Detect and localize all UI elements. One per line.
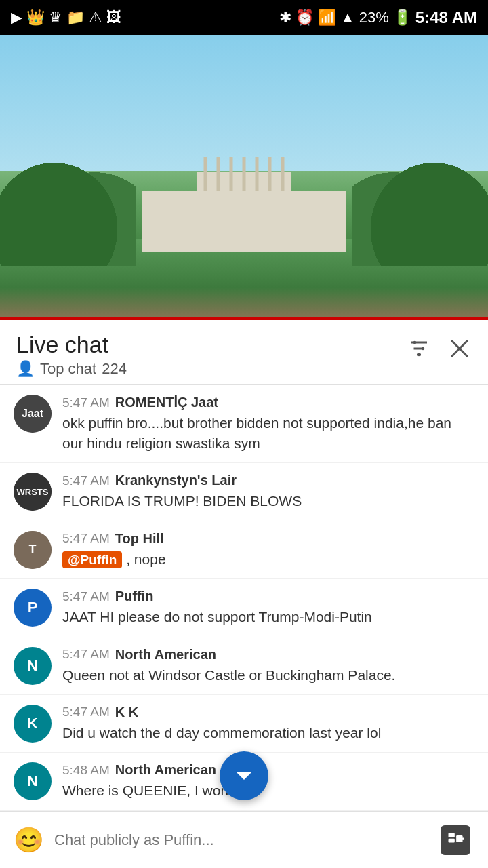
avatar-puffin-1: P [14, 589, 52, 627]
message-meta-2: 5:47 AM Krankynstyn's Lair [62, 473, 474, 488]
message-meta-7: 5:48 AM North American [62, 762, 474, 778]
message-body-2: 5:47 AM Krankynstyn's Lair FLORIDA IS TR… [62, 473, 474, 511]
message-text-3: @Puffin , nope [62, 549, 474, 570]
chat-input[interactable] [54, 831, 426, 849]
chat-header-left: Live chat 👤 Top chat 224 [16, 332, 127, 378]
scroll-down-button[interactable] [220, 751, 268, 800]
avatar-jaat: Jaat [14, 395, 52, 433]
chat-message-3: T 5:47 AM Top Hill @Puffin , nope [0, 521, 488, 580]
message-time-7: 5:48 AM [62, 763, 110, 778]
message-body-6: 5:47 AM K K Did u watch the d day commem… [62, 705, 474, 743]
folder-icon: 📁 [66, 9, 85, 26]
message-author-2: Krankynstyn's Lair [115, 473, 237, 488]
crown-icon: 👑 [26, 9, 45, 26]
message-time-6: 5:47 AM [62, 705, 110, 719]
message-time-1: 5:47 AM [62, 395, 110, 410]
send-button[interactable] [434, 823, 477, 858]
message-text-4: JAAT HI please do not support Trump-Modi… [62, 607, 474, 627]
chat-subtitle: Top chat [40, 360, 96, 378]
crown2-icon: ♛ [49, 9, 62, 26]
mention-puffin: @Puffin [62, 551, 122, 568]
svg-rect-8 [449, 833, 455, 837]
avatar-kk: K [14, 705, 52, 743]
message-body-7: 5:48 AM North American Where is QUEENIE,… [62, 762, 474, 800]
svg-point-4 [422, 347, 425, 351]
emoji-icon: 😊 [14, 826, 44, 854]
chat-input-bar: 😊 [0, 811, 488, 868]
viewer-count: 224 [102, 360, 127, 378]
message-meta-4: 5:47 AM Puffin [62, 589, 474, 604]
message-body-5: 5:47 AM North American Queen not at Wind… [62, 647, 474, 685]
message-body-3: 5:47 AM Top Hill @Puffin , nope [62, 531, 474, 570]
status-bar: ▶ 👑 ♛ 📁 ⚠ 🖼 ✱ ⏰ 📶 ▲ 23% 🔋 5:48 AM [0, 0, 488, 35]
chat-header-right [407, 332, 472, 366]
wifi-icon: 📶 [318, 9, 336, 26]
chat-message-2: WRSTS 5:47 AM Krankynstyn's Lair FLORIDA… [0, 463, 488, 521]
filter-button[interactable] [407, 336, 431, 366]
message-meta-1: 5:47 AM ROMENTİÇ Jaat [62, 395, 474, 410]
close-button[interactable] [447, 336, 472, 366]
message-text-1: okk puffin bro....but brother bidden not… [62, 413, 474, 453]
chat-message-6: K 5:47 AM K K Did u watch the d day comm… [0, 695, 488, 753]
message-meta-3: 5:47 AM Top Hill [62, 531, 474, 547]
alarm-icon: ⏰ [296, 9, 314, 26]
avatar-tophill: T [14, 531, 52, 569]
message-text-6: Did u watch the d day commemoration last… [62, 723, 474, 743]
avatar-northamerican-2: N [14, 762, 52, 800]
message-text-5: Queen not at Windsor Castle or Buckingha… [62, 665, 474, 685]
message-author-1: ROMENTİÇ Jaat [115, 395, 218, 410]
chat-subtitle-row: 👤 Top chat 224 [16, 360, 127, 378]
message-time-5: 5:47 AM [62, 647, 110, 662]
chat-message-1: Jaat 5:47 AM ROMENTİÇ Jaat okk puffin br… [0, 385, 488, 463]
status-icons-left: ▶ 👑 ♛ 📁 ⚠ 🖼 [11, 9, 121, 26]
message-meta-5: 5:47 AM North American [62, 647, 474, 663]
message-body-1: 5:47 AM ROMENTİÇ Jaat okk puffin bro....… [62, 395, 474, 453]
bluetooth-icon: ✱ [279, 9, 291, 26]
svg-point-5 [418, 353, 421, 357]
status-time: 5:48 AM [415, 8, 477, 27]
image-icon: 🖼 [106, 9, 121, 26]
message-text-2: FLORIDA IS TRUMP! BIDEN BLOWS [62, 491, 474, 511]
chat-message-4: P 5:47 AM Puffin JAAT HI please do not s… [0, 579, 488, 637]
message-meta-6: 5:47 AM K K [62, 705, 474, 720]
youtube-icon: ▶ [11, 9, 22, 26]
alert-icon: ⚠ [89, 9, 102, 26]
message-time-3: 5:47 AM [62, 531, 110, 546]
video-player[interactable] [0, 35, 488, 320]
message-author-3: Top Hill [115, 531, 164, 547]
person-icon: 👤 [16, 360, 35, 378]
message-body-4: 5:47 AM Puffin JAAT HI please do not sup… [62, 589, 474, 627]
message-time-4: 5:47 AM [62, 589, 110, 604]
message-text-3-suffix: , nope [126, 551, 165, 567]
avatar-northamerican-1: N [14, 647, 52, 685]
battery-icon: 🔋 [393, 9, 411, 26]
chat-title: Live chat [16, 332, 127, 357]
send-icon [441, 825, 470, 855]
svg-point-3 [413, 341, 417, 344]
signal-icon: ▲ [340, 9, 355, 26]
emoji-button[interactable]: 😊 [11, 823, 46, 858]
message-author-6: K K [115, 705, 138, 720]
message-author-7: North American [115, 762, 216, 778]
message-author-4: Puffin [115, 589, 154, 604]
chat-message-5: N 5:47 AM North American Queen not at Wi… [0, 637, 488, 695]
svg-rect-9 [449, 838, 455, 842]
chat-header: Live chat 👤 Top chat 224 [0, 320, 488, 385]
message-time-2: 5:47 AM [62, 473, 110, 488]
battery-percent: 23% [359, 9, 389, 26]
message-text-7: Where is QUEENIE, I wonder. [62, 781, 474, 800]
status-icons-right: ✱ ⏰ 📶 ▲ 23% 🔋 5:48 AM [279, 8, 477, 27]
avatar-krankynstyn: WRSTS [14, 473, 52, 511]
message-author-5: North American [115, 647, 216, 663]
